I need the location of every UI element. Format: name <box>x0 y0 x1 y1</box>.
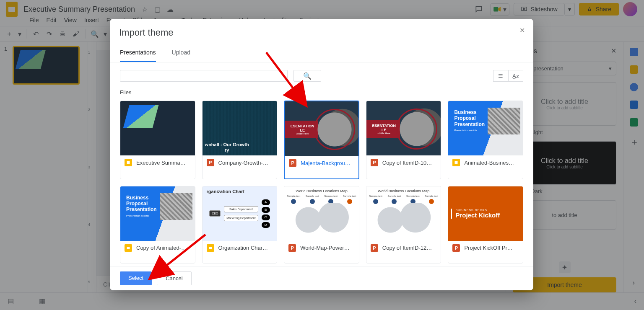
select-button[interactable]: Select <box>120 271 152 285</box>
file-card[interactable]: rganization ChartCEOSales DepartmentMark… <box>202 186 278 264</box>
slides-file-icon <box>207 244 214 252</box>
svg-rect-6 <box>127 161 130 164</box>
powerpoint-file-icon: P <box>289 159 296 167</box>
file-preview: wnhall : Our Growthry <box>203 101 277 155</box>
file-preview: ESENTATIONLEubtitle Here <box>285 101 358 156</box>
file-name: Copy of ItemID-10… <box>382 160 432 166</box>
file-preview: BusinessProposalPresentationPresentation… <box>120 186 195 241</box>
sort-icon[interactable]: A͍z <box>508 70 523 82</box>
slides-file-icon <box>452 159 460 166</box>
powerpoint-file-icon: P <box>371 244 378 252</box>
modal-title: Import theme <box>110 27 533 41</box>
svg-rect-12 <box>209 247 212 249</box>
file-preview: BusinessProposalPresentationPresentation… <box>448 101 523 155</box>
close-icon[interactable]: ✕ <box>519 26 525 34</box>
slides-file-icon <box>125 159 132 166</box>
file-preview <box>120 101 195 155</box>
file-card[interactable]: BUSINESS DECKSProject KickoffPProject Ki… <box>448 186 523 264</box>
file-card[interactable]: wnhall : Our GrowthryPCompany-Growth-… <box>202 101 278 179</box>
powerpoint-file-icon: P <box>288 244 296 252</box>
file-preview: World Business Locations MapSample textS… <box>366 186 441 241</box>
slides-file-icon <box>125 244 132 252</box>
file-preview: World Business Locations MapSample textS… <box>284 186 359 241</box>
file-card[interactable]: BusinessProposalPresentationPresentation… <box>448 101 523 179</box>
list-view-icon[interactable]: ☰ <box>493 70 508 82</box>
tab-presentations[interactable]: Presentations <box>120 45 156 62</box>
powerpoint-file-icon: P <box>452 244 460 252</box>
powerpoint-file-icon: P <box>207 159 214 166</box>
search-button[interactable]: 🔍 <box>293 70 321 82</box>
tab-upload[interactable]: Upload <box>172 45 190 62</box>
svg-rect-10 <box>127 247 130 249</box>
file-card[interactable]: World Business Locations MapSample textS… <box>366 186 441 264</box>
file-grid: Executive Summa…wnhall : Our GrowthryPCo… <box>110 98 533 266</box>
file-card[interactable]: ESENTATIONLEubtitle HerePMajenta-Backgro… <box>284 101 359 179</box>
file-name: Animated-Busines… <box>464 160 514 166</box>
file-card[interactable]: ESENTATIONLEubtitle HerePCopy of ItemID-… <box>366 101 441 179</box>
svg-rect-8 <box>455 161 458 164</box>
file-name: Copy of Animated-… <box>136 245 187 251</box>
file-name: Executive Summa… <box>136 160 186 166</box>
file-card[interactable]: World Business Locations MapSample textS… <box>284 186 359 264</box>
file-name: Copy of ItemID-12… <box>382 245 432 251</box>
file-name: Organization Char… <box>218 245 268 251</box>
powerpoint-file-icon: P <box>371 159 378 166</box>
import-theme-modal: Import theme ✕ Presentations Upload 🔍 ☰ … <box>110 19 533 290</box>
files-label: Files <box>110 89 533 98</box>
file-preview: rganization ChartCEOSales DepartmentMark… <box>203 186 277 241</box>
cancel-button[interactable]: Cancel <box>157 271 191 285</box>
file-card[interactable]: Executive Summa… <box>120 101 195 179</box>
file-name: World-Map-Power… <box>300 245 350 251</box>
file-preview: BUSINESS DECKSProject Kickoff <box>448 186 523 241</box>
file-name: Majenta-Backgrou… <box>301 160 351 166</box>
search-input[interactable] <box>120 70 288 82</box>
file-name: Company-Growth-… <box>218 160 268 166</box>
file-preview: ESENTATIONLEubtitle Here <box>366 101 441 155</box>
file-card[interactable]: BusinessProposalPresentationPresentation… <box>120 186 195 264</box>
file-name: Project KickOff Pr… <box>464 245 512 251</box>
